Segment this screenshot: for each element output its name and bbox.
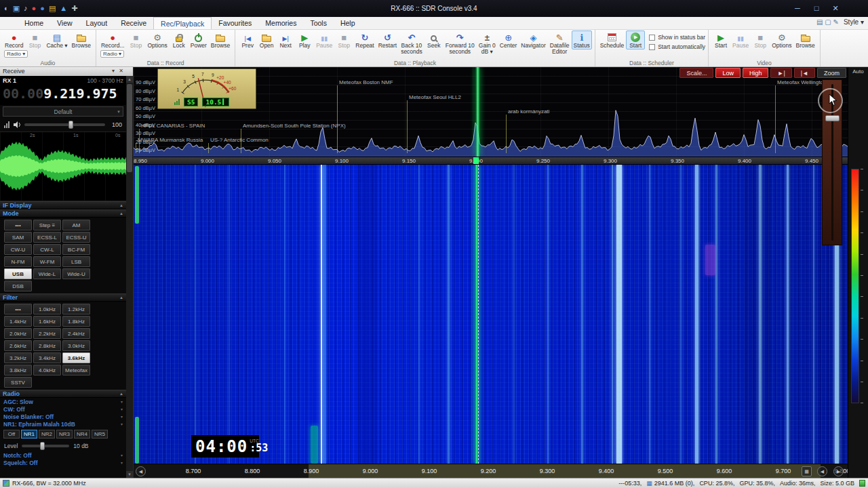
browse-button[interactable]: Browse xyxy=(209,30,232,49)
nr-level-slider[interactable] xyxy=(22,445,69,447)
-button[interactable]: |◄ xyxy=(794,68,815,78)
forward-10-seconds-button[interactable]: Forward 10 seconds xyxy=(443,30,477,56)
zoom-slider-thumb[interactable] xyxy=(825,115,840,121)
quick-access-icon[interactable]: ▤ xyxy=(49,5,56,12)
play-button[interactable]: Play xyxy=(295,30,314,49)
mode-dsb[interactable]: DSB xyxy=(4,281,32,291)
filter-[interactable]: ••• xyxy=(4,304,32,314)
mode-bc-fm[interactable]: BC-FM xyxy=(62,244,90,255)
restart-button[interactable]: Restart xyxy=(376,30,399,49)
tab-view[interactable]: View xyxy=(50,17,79,29)
section-mode[interactable]: Mode▲ xyxy=(0,209,126,218)
record-button[interactable]: Record... xyxy=(99,30,127,49)
next-button[interactable]: Next xyxy=(276,30,295,49)
radio-setting-noise-blanker[interactable]: Noise Blanker: Off▾ xyxy=(0,413,126,420)
receive-panel-header[interactable]: Receive ▾ ✕ xyxy=(0,67,133,76)
panel-close-icon[interactable]: ▾ ✕ xyxy=(112,68,125,74)
filter-1-8khz[interactable]: 1.8kHz xyxy=(62,316,90,327)
quick-access-icon[interactable]: ◐ xyxy=(4,5,9,12)
minimize-button[interactable]: ─ xyxy=(792,4,803,13)
scroll-up-icon[interactable]: ▲ xyxy=(126,76,133,83)
filter-2-8khz[interactable]: 2.8kHz xyxy=(33,340,61,351)
quick-access-icon[interactable]: ● xyxy=(32,5,37,12)
quick-access-icon[interactable]: ▣ xyxy=(13,5,20,12)
station-marker[interactable]: MWARA Murmansk Russia xyxy=(138,137,203,143)
mode-cw-l[interactable]: CW-L xyxy=(33,244,61,255)
spectrum-frequency-scale[interactable]: 8.9509.0009.0509.1009.1509.2009.2509.300… xyxy=(134,157,848,165)
stop-button[interactable]: Stop xyxy=(25,30,44,49)
maximize-button[interactable]: □ xyxy=(811,4,822,13)
frequency-display[interactable]: RX 1 100 - 3700 Hz 00.009.219.975 xyxy=(0,76,126,105)
notch-row[interactable]: Notch: Off▾ xyxy=(0,451,126,459)
back-10-seconds-button[interactable]: Back 10 seconds xyxy=(399,30,425,56)
schedule-button[interactable]: Schedule xyxy=(598,30,626,49)
preset-dropdown[interactable]: Default ▼ xyxy=(3,106,123,117)
mode-n-fm[interactable]: N-FM xyxy=(4,256,32,267)
record-button[interactable]: Record xyxy=(3,30,25,49)
filter-2-0khz[interactable]: 2.0kHz xyxy=(4,328,32,339)
stop-button[interactable]: Stop xyxy=(751,30,770,49)
filter-4-0khz[interactable]: 4.0kHz xyxy=(33,365,61,375)
start-automatically-checkbox[interactable]: Start automatically xyxy=(649,43,705,50)
radio-setting-cw[interactable]: CW: Off▾ xyxy=(0,405,126,413)
options-button[interactable]: Options xyxy=(145,30,169,49)
low-button[interactable]: Low xyxy=(715,68,741,78)
tab-memories[interactable]: Memories xyxy=(258,17,303,29)
scroll-left-button[interactable]: ◀ xyxy=(136,466,146,476)
tab-receive[interactable]: Receive xyxy=(114,17,153,29)
waterfall-frequency-scale[interactable]: 8.7008.8008.9009.0009.1009.2009.3009.400… xyxy=(134,464,848,478)
scrollbar-thumb[interactable] xyxy=(127,84,132,172)
show-in-status-bar-checkbox[interactable]: Show in status bar xyxy=(649,34,705,41)
stop-button[interactable]: Stop xyxy=(126,30,145,49)
browse-button[interactable]: Browse xyxy=(793,30,816,49)
quick-access-icon[interactable]: ♪ xyxy=(24,5,28,12)
mode-wide-l[interactable]: Wide-L xyxy=(33,268,61,279)
panel-scrollbar[interactable]: ▲ ▼ xyxy=(126,76,133,478)
menubar-icon[interactable]: ▤ xyxy=(816,18,825,26)
filter-3-6khz[interactable]: 3.6kHz xyxy=(62,352,90,363)
nr-nr3-button[interactable]: NR3 xyxy=(56,430,73,439)
mode-[interactable]: ••• xyxy=(4,220,32,230)
nr-nr2-button[interactable]: NR2 xyxy=(39,430,55,439)
menubar-icon[interactable]: ✎ xyxy=(833,18,839,26)
start-button[interactable]: Start xyxy=(711,30,730,49)
waterfall-colorbar[interactable] xyxy=(851,169,859,403)
prev-button[interactable]: Prev xyxy=(238,30,257,49)
datafile-editor-button[interactable]: Datafile Editor xyxy=(548,30,572,56)
tuning-cursor[interactable] xyxy=(478,165,479,464)
pan-right-button[interactable]: ▶ xyxy=(833,466,844,476)
radio-dropdown[interactable]: Radio ▾ xyxy=(4,50,28,58)
mode-ecss-u[interactable]: ECSS-U xyxy=(62,232,90,243)
station-marker[interactable]: Amundsen-Scott South Pole Station (NPX) xyxy=(243,123,346,129)
filter-1-6khz[interactable]: 1.6kHz xyxy=(33,316,61,327)
scroll-down-icon[interactable]: ▼ xyxy=(126,471,133,478)
nr-nr1-button[interactable]: NR1 xyxy=(21,430,37,439)
style-button[interactable]: Style ▾ xyxy=(844,18,864,26)
tab-favourites[interactable]: Favourites xyxy=(212,17,258,29)
mode-ecss-l[interactable]: ECSS-L xyxy=(33,232,61,243)
mode-cw-u[interactable]: CW-U xyxy=(4,244,32,255)
volume-slider[interactable] xyxy=(24,123,105,126)
seek-button[interactable]: Seek xyxy=(425,30,443,49)
open-button[interactable]: Open xyxy=(257,30,276,49)
tab-home[interactable]: Home xyxy=(18,17,50,29)
squelch-row[interactable]: Squelch: Off▾ xyxy=(0,459,126,466)
pause-button[interactable]: Pause xyxy=(314,30,334,49)
radio-setting-nr1[interactable]: NR1: Ephraim Malah 10dB▾ xyxy=(0,420,126,428)
mode-wide-u[interactable]: Wide-U xyxy=(62,268,90,279)
start-button[interactable]: Start xyxy=(626,30,645,49)
filter-sstv[interactable]: SSTV xyxy=(4,377,32,388)
speaker-icon[interactable] xyxy=(13,121,21,128)
nr-nr4-button[interactable]: NR4 xyxy=(74,430,90,439)
navigator-button[interactable]: Navigator xyxy=(519,30,547,49)
nr-off-button[interactable]: Off xyxy=(3,430,20,439)
radio-dropdown[interactable]: Radio ▾ xyxy=(100,50,124,58)
mode-lsb[interactable]: LSB xyxy=(62,256,90,267)
station-marker[interactable]: US-? Antarctic Common xyxy=(210,137,269,143)
filter-3-0khz[interactable]: 3.0kHz xyxy=(62,340,90,351)
tuned-frequency-readout[interactable]: 00.009.219.975 xyxy=(3,85,123,102)
volume-slider-thumb[interactable] xyxy=(68,121,73,129)
visible-range-band[interactable] xyxy=(309,464,821,478)
nr-nr5-button[interactable]: NR5 xyxy=(92,430,108,439)
filter-3-8khz[interactable]: 3.8kHz xyxy=(4,365,32,375)
